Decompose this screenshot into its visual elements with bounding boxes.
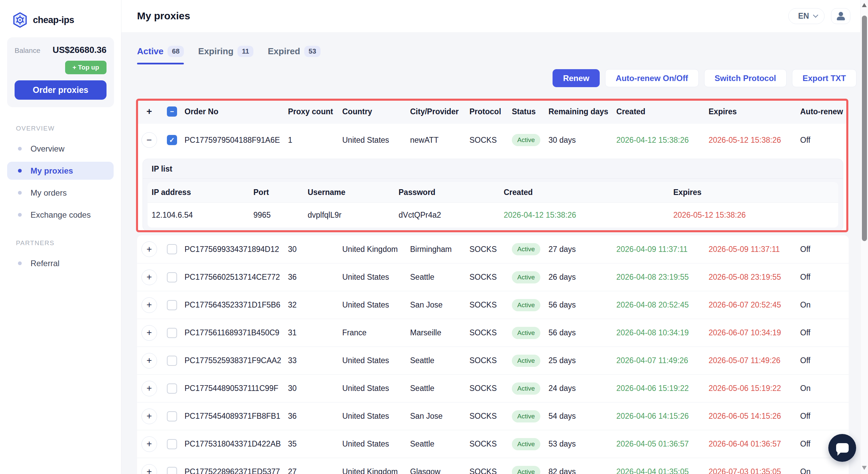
expand-all-icon[interactable]: + [147,106,152,117]
tab-count-badge: 68 [168,46,184,57]
page-title: My proxies [121,0,868,22]
cell-created: 2026-04-08 10:34:19 [614,328,707,337]
cell-created: 2026-04-06 14:15:26 [614,412,707,421]
column-header-city-provider: City/Provider [408,107,467,116]
cell-proxy-count: 35 [286,439,340,449]
switch-protocol-button[interactable]: Switch Protocol [704,69,787,87]
cell-city-provider: Glasgow [408,467,467,474]
scrollbar-thumb[interactable] [862,16,867,241]
cell-remaining-days: 56 days [546,328,614,337]
expand-cell: − [137,132,161,148]
renew-button[interactable]: Renew [553,69,600,87]
content-area: Active 68 Expiring 11 Expired 53 Renew A… [121,32,868,474]
cell-auto-renew: On [798,300,849,310]
cell-auto-renew: Off [798,328,849,337]
cell-created: 2026-04-08 20:52:45 [614,300,707,310]
scrollbar-up-arrow-icon[interactable] [862,3,867,7]
cell-order-no: PC1775699334371894D12 [182,245,286,254]
sidebar-item-my-proxies[interactable]: My proxies [7,162,114,180]
account-button[interactable] [831,8,850,24]
ip-column-header-port: Port [249,188,304,197]
row-checkbox[interactable] [167,439,177,449]
row-checkbox[interactable] [167,300,177,310]
cell-order-no: PC1775318043371D422AB [182,439,286,449]
expand-row-button[interactable]: + [141,353,157,369]
balance-label: Balance [15,46,40,55]
cell-city-provider: San Jose [408,300,467,310]
select-all-checkbox[interactable]: − [167,106,177,117]
sidebar-item-exchange-codes[interactable]: Exchange codes [7,206,114,224]
cell-proxy-count: 30 [286,384,340,393]
cell-auto-renew: On [798,384,849,393]
expand-cell: + [137,241,161,257]
expand-row-button[interactable]: + [141,409,157,424]
collapse-row-button[interactable]: − [141,132,157,148]
cell-country: United States [340,439,408,449]
expand-row-button[interactable]: + [141,241,157,257]
topup-button[interactable]: + Top up [65,61,107,74]
status-badge: Active [512,134,540,146]
vertical-scrollbar[interactable] [860,0,868,474]
row-checkbox[interactable]: ✓ [167,135,177,145]
expand-row-button[interactable]: + [141,381,157,396]
order-proxies-button[interactable]: Order proxies [15,80,107,100]
status-badge: Active [512,243,540,255]
sidebar-item-overview[interactable]: Overview [7,140,114,158]
cell-ip-address: 12.104.6.54 [148,211,249,220]
expand-row-button[interactable]: + [141,270,157,285]
cell-auto-renew: Off [798,412,849,421]
cell-order-no: PC1775454089371FB8FB1 [182,412,286,421]
tab-count-badge: 53 [304,46,321,57]
sidebar-item-referral[interactable]: Referral [7,254,114,272]
row-checkbox[interactable] [167,272,177,282]
row-checkbox[interactable] [167,383,177,394]
language-code: EN [798,12,809,21]
row-checkbox[interactable] [167,411,177,421]
cell-proxy-count: 30 [286,245,340,254]
cell-proxy-count: 31 [286,328,340,337]
tab-expiring[interactable]: Expiring 11 [198,46,253,64]
sidebar-item-my-orders[interactable]: My orders [7,184,114,202]
cell-city-provider: Seattle [408,384,467,393]
cell-proxy-count: 36 [286,273,340,282]
row-checkbox[interactable] [167,328,177,338]
expand-cell: + [137,436,161,452]
language-selector[interactable]: EN [788,8,825,24]
scrollbar-down-arrow-icon[interactable] [862,466,867,470]
cell-protocol: SOCKS [467,245,510,254]
checkbox-cell [161,467,182,474]
table-row: +PC177544890537111C99F30United StatesSea… [137,374,849,402]
cell-order-no: PC1775611689371B450C9 [182,328,286,337]
chat-widget-button[interactable] [828,434,856,462]
column-header-status: Status [510,107,546,116]
checkbox-cell [161,300,182,310]
cell-remaining-days: 27 days [546,245,614,254]
expand-row-button[interactable]: + [141,325,157,341]
tab-expired[interactable]: Expired 53 [268,46,321,64]
expand-row-button[interactable]: + [141,436,157,452]
cell-proxy-count: 27 [286,467,340,474]
cell-status: Active [510,271,546,283]
ip-list-title: IP list [143,159,843,179]
cell-city-provider: Seattle [408,356,467,365]
expand-row-button[interactable]: + [141,464,157,474]
checkbox-cell [161,439,182,449]
cell-protocol: SOCKS [467,439,510,449]
row-checkbox[interactable] [167,356,177,366]
cell-auto-renew: Off [798,245,849,254]
brand-logo[interactable]: cheap-ips [0,0,121,28]
expand-row-button[interactable]: + [141,297,157,313]
expand-cell: + [137,464,161,474]
row-checkbox[interactable] [167,467,177,474]
export-txt-button[interactable]: Export TXT [792,69,856,87]
cell-expires: 2026-05-07 11:49:26 [707,356,798,365]
cell-country: United Kingdom [340,467,408,474]
main-area: My proxies EN Active 68 Expiring 11 Expi… [121,0,868,474]
row-checkbox[interactable] [167,244,177,254]
auto-renew-toggle-button[interactable]: Auto-renew On/Off [605,69,698,87]
cell-status: Active [510,134,546,146]
sidebar: cheap-ips Balance US$26680.36 + Top up O… [0,0,121,474]
tab-active[interactable]: Active 68 [137,46,184,64]
table-row: +PC17756602513714CE77236United StatesSea… [137,263,849,291]
cell-created: 2026-04-04 01:35:05 [614,467,707,474]
